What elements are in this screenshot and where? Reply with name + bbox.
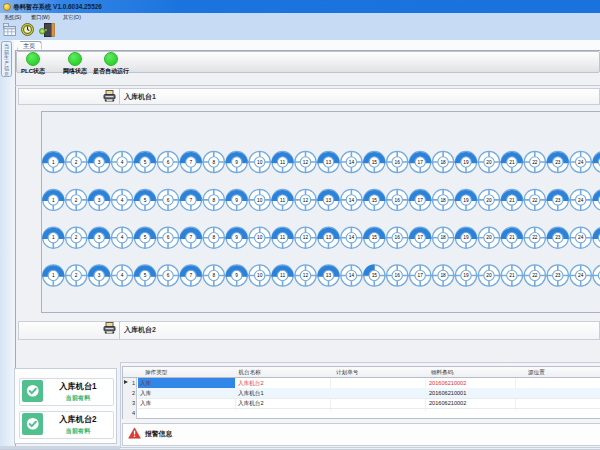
svg-text:20: 20 <box>486 235 492 240</box>
svg-text:10: 10 <box>257 198 263 203</box>
svg-text:15: 15 <box>371 160 377 165</box>
svg-text:22: 22 <box>532 160 538 165</box>
svg-text:16: 16 <box>394 273 400 278</box>
svg-text:14: 14 <box>348 273 354 278</box>
svg-text:15: 15 <box>371 198 377 203</box>
svg-text:11: 11 <box>280 273 285 278</box>
svg-text:6: 6 <box>166 273 169 278</box>
svg-text:24: 24 <box>578 198 584 203</box>
svg-text:18: 18 <box>440 198 446 203</box>
svg-text:17: 17 <box>417 198 423 203</box>
svg-text:23: 23 <box>555 235 561 240</box>
svg-text:2: 2 <box>74 273 77 278</box>
svg-text:23: 23 <box>555 160 561 165</box>
svg-text:7: 7 <box>189 198 192 203</box>
svg-text:13: 13 <box>325 198 331 203</box>
svg-text:18: 18 <box>440 273 446 278</box>
svg-text:12: 12 <box>302 273 308 278</box>
svg-text:24: 24 <box>578 273 584 278</box>
svg-text:8: 8 <box>212 273 215 278</box>
svg-text:15: 15 <box>371 235 377 240</box>
svg-text:12: 12 <box>302 235 308 240</box>
svg-text:15: 15 <box>371 273 377 278</box>
svg-text:19: 19 <box>463 160 469 165</box>
svg-text:24: 24 <box>578 235 584 240</box>
svg-text:6: 6 <box>166 160 169 165</box>
svg-text:17: 17 <box>417 235 423 240</box>
svg-text:23: 23 <box>555 198 561 203</box>
svg-text:1: 1 <box>51 235 54 240</box>
svg-text:22: 22 <box>532 198 538 203</box>
svg-text:22: 22 <box>532 273 538 278</box>
svg-text:2: 2 <box>74 198 77 203</box>
svg-text:3: 3 <box>97 160 100 165</box>
svg-text:4: 4 <box>120 160 123 165</box>
svg-text:11: 11 <box>280 198 285 203</box>
svg-text:5: 5 <box>143 160 146 165</box>
svg-text:7: 7 <box>189 273 192 278</box>
svg-text:16: 16 <box>394 235 400 240</box>
svg-text:16: 16 <box>394 198 400 203</box>
svg-text:8: 8 <box>212 198 215 203</box>
svg-text:13: 13 <box>325 273 331 278</box>
svg-text:9: 9 <box>235 273 238 278</box>
svg-text:12: 12 <box>302 160 308 165</box>
svg-text:13: 13 <box>325 160 331 165</box>
svg-text:14: 14 <box>348 160 354 165</box>
svg-text:23: 23 <box>555 273 561 278</box>
svg-text:21: 21 <box>509 235 515 240</box>
svg-text:20: 20 <box>486 273 492 278</box>
svg-text:5: 5 <box>143 273 146 278</box>
svg-text:3: 3 <box>97 273 100 278</box>
svg-text:17: 17 <box>417 273 423 278</box>
svg-text:4: 4 <box>120 273 123 278</box>
svg-text:22: 22 <box>532 235 538 240</box>
svg-text:20: 20 <box>486 198 492 203</box>
svg-text:14: 14 <box>348 235 354 240</box>
svg-text:12: 12 <box>302 198 308 203</box>
svg-text:19: 19 <box>463 198 469 203</box>
svg-text:13: 13 <box>325 235 331 240</box>
svg-text:4: 4 <box>120 235 123 240</box>
svg-text:20: 20 <box>486 160 492 165</box>
svg-text:16: 16 <box>394 160 400 165</box>
svg-text:7: 7 <box>189 235 192 240</box>
svg-text:18: 18 <box>440 235 446 240</box>
svg-text:21: 21 <box>509 273 515 278</box>
svg-text:1: 1 <box>51 273 54 278</box>
svg-text:6: 6 <box>166 198 169 203</box>
svg-text:19: 19 <box>463 235 469 240</box>
svg-text:5: 5 <box>143 235 146 240</box>
svg-text:21: 21 <box>509 160 515 165</box>
svg-text:1: 1 <box>51 198 54 203</box>
svg-text:17: 17 <box>417 160 423 165</box>
svg-text:8: 8 <box>212 160 215 165</box>
svg-text:3: 3 <box>97 235 100 240</box>
svg-text:1: 1 <box>51 160 54 165</box>
svg-text:10: 10 <box>257 235 263 240</box>
svg-text:3: 3 <box>97 198 100 203</box>
svg-text:2: 2 <box>74 235 77 240</box>
svg-text:9: 9 <box>235 235 238 240</box>
svg-text:6: 6 <box>166 235 169 240</box>
svg-text:24: 24 <box>578 160 584 165</box>
svg-text:4: 4 <box>120 198 123 203</box>
svg-text:2: 2 <box>74 160 77 165</box>
svg-text:9: 9 <box>235 198 238 203</box>
svg-text:7: 7 <box>189 160 192 165</box>
svg-text:10: 10 <box>257 160 263 165</box>
svg-text:21: 21 <box>509 198 515 203</box>
svg-text:11: 11 <box>280 160 285 165</box>
svg-text:5: 5 <box>143 198 146 203</box>
svg-text:9: 9 <box>235 160 238 165</box>
svg-text:18: 18 <box>440 160 446 165</box>
svg-text:8: 8 <box>212 235 215 240</box>
svg-text:10: 10 <box>257 273 263 278</box>
svg-text:14: 14 <box>348 198 354 203</box>
svg-text:19: 19 <box>463 273 469 278</box>
svg-text:11: 11 <box>280 235 285 240</box>
